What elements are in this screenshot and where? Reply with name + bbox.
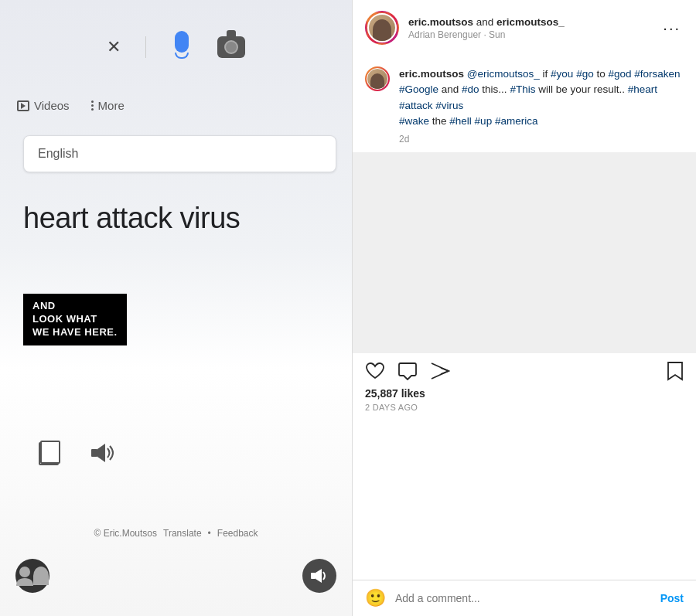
svg-rect-3 — [311, 573, 316, 579]
comment-text: eric.moutsos @ericmoutsos_ if #you #go t… — [399, 66, 684, 129]
tab-videos-label: Videos — [34, 99, 70, 112]
connector-text: and — [476, 16, 494, 28]
language-selector[interactable]: English — [23, 135, 336, 172]
like-button[interactable] — [365, 362, 385, 380]
sound-icon[interactable] — [91, 442, 114, 464]
share-button[interactable] — [430, 362, 450, 380]
overlay-line2: LOOK WHAT — [32, 313, 118, 326]
likes-count: 25,887 likes — [353, 386, 696, 403]
comment-username: eric.moutsos — [399, 68, 464, 80]
emoji-button[interactable]: 🙂 — [365, 588, 386, 608]
tab-videos[interactable]: Videos — [8, 93, 79, 118]
bottom-bar: © Eric.Moutsos Translate • Feedback — [0, 528, 352, 539]
svg-rect-0 — [91, 449, 97, 457]
post-actions — [353, 353, 696, 386]
comment-timestamp: 2d — [365, 134, 684, 145]
meta-user: Adrian Berenguer — [408, 29, 481, 40]
post-image — [353, 152, 696, 353]
comment-avatar[interactable] — [365, 66, 390, 91]
post-header-info: eric.moutsos and ericmoutsos_ Adrian Ber… — [408, 15, 650, 41]
post-username-line: eric.moutsos and ericmoutsos_ — [408, 15, 650, 30]
post-avatar[interactable] — [365, 11, 399, 45]
post-date: 2 DAYS AGO — [353, 403, 696, 420]
separator: • — [208, 528, 211, 539]
right-panel: eric.moutsos and ericmoutsos_ Adrian Ber… — [352, 0, 696, 616]
tab-more[interactable]: More — [82, 93, 134, 118]
comment-input[interactable] — [395, 592, 651, 604]
bottom-avatar[interactable] — [15, 559, 49, 593]
comment-button[interactable] — [397, 362, 418, 380]
left-panel: ✕ Videos More English heart attack virus… — [0, 0, 352, 616]
meta-dot: · — [483, 29, 486, 40]
comment-mention: @ericmoutsos_ — [467, 68, 540, 80]
overlay-line1: AND — [32, 300, 118, 313]
more-options-button[interactable]: ··· — [660, 16, 684, 40]
video-tab-icon — [17, 100, 29, 111]
translate-content: heart attack virus — [23, 201, 336, 237]
comment-body: if — [543, 68, 551, 80]
feedback-label: Feedback — [217, 528, 258, 539]
comment-row: eric.moutsos @ericmoutsos_ if #you #go t… — [365, 66, 684, 129]
more-dots-icon — [91, 100, 94, 111]
search-tabs: Videos More — [8, 93, 134, 118]
add-comment-area: 🙂 Post — [353, 580, 696, 616]
translate-label: Translate — [163, 528, 202, 539]
post-comment-button[interactable]: Post — [660, 592, 684, 604]
language-label: English — [38, 147, 78, 160]
copy-icon[interactable] — [39, 441, 60, 465]
top-bar: ✕ — [0, 31, 352, 63]
svg-marker-1 — [97, 444, 105, 462]
tab-more-label: More — [98, 99, 125, 112]
post-meta: Adrian Berenguer · Sun — [408, 29, 650, 40]
credits-label: © Eric.Moutsos — [94, 528, 157, 539]
primary-username: eric.moutsos — [408, 16, 473, 28]
microphone-icon[interactable] — [171, 31, 193, 63]
overlay-line3: WE HAVE HERE. — [32, 326, 118, 339]
svg-point-2 — [19, 567, 30, 577]
secondary-username: ericmoutsos_ — [496, 16, 565, 28]
bottom-sound-button[interactable] — [302, 559, 336, 593]
source-text: heart attack virus — [23, 201, 336, 237]
svg-marker-4 — [316, 569, 322, 583]
post-header: eric.moutsos and ericmoutsos_ Adrian Ber… — [353, 0, 696, 56]
divider — [145, 36, 146, 58]
camera-icon[interactable] — [217, 36, 245, 58]
overlay-box: AND LOOK WHAT WE HAVE HERE. — [23, 294, 127, 345]
close-icon[interactable]: ✕ — [107, 37, 121, 57]
post-comment-area: eric.moutsos @ericmoutsos_ if #you #go t… — [353, 56, 696, 152]
meta-time: Sun — [489, 29, 505, 40]
save-button[interactable] — [667, 361, 684, 381]
translate-bottom-icons — [39, 441, 114, 465]
